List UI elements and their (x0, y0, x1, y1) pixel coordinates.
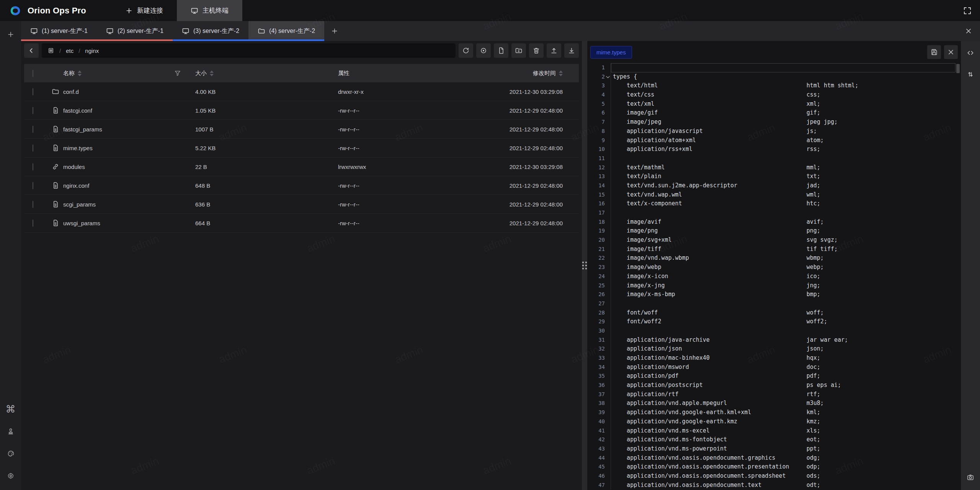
fullscreen-button[interactable] (960, 3, 975, 18)
code-text: application/atom+xml atom; (611, 136, 961, 145)
file-attr: drwxr-xr-x (335, 88, 491, 95)
code-editor[interactable]: 12types {3 text/html html htm shtml;4 te… (587, 63, 961, 490)
code-line: 46 application/vnd.oasis.opendocument.sp… (587, 472, 961, 481)
line-number: 33 (587, 354, 605, 363)
save-button[interactable] (927, 45, 941, 59)
code-text: image/tiff tif tiff; (611, 245, 961, 254)
upload-button[interactable] (547, 43, 561, 58)
row-checkbox[interactable] (33, 88, 33, 95)
delete-button[interactable] (529, 43, 544, 58)
left-sidebar: ⌘ (0, 21, 21, 490)
sort-arrows-icon[interactable] (559, 70, 563, 76)
column-header-mtime[interactable]: 修改时间 (491, 70, 579, 77)
new-folder-button[interactable] (511, 43, 526, 58)
root-list-icon[interactable] (47, 47, 54, 54)
row-checkbox[interactable] (33, 144, 33, 152)
code-line: 2types { (587, 72, 961, 82)
sidebar-command-button[interactable]: ⌘ (5, 403, 16, 415)
code-line: 28 font/woff woff; (587, 308, 961, 318)
gutter-spacer (605, 190, 611, 200)
file-name[interactable]: conf.d (63, 88, 79, 95)
file-name[interactable]: nginx.conf (63, 182, 89, 189)
table-row[interactable]: nginx.conf 648 B -rw-r--r-- 2021-12-29 0… (24, 176, 579, 195)
gutter-spacer (605, 81, 611, 90)
breadcrumb-segment[interactable]: nginx (85, 48, 99, 54)
new-tab-button[interactable] (324, 21, 345, 41)
breadcrumb-segment[interactable]: etc (66, 48, 74, 54)
code-line: 43 application/vnd.ms-powerpoint ppt; (587, 444, 961, 454)
right-sidebar-sort-button[interactable] (965, 69, 976, 80)
row-checkbox[interactable] (33, 107, 33, 114)
table-row[interactable]: modules 22 B lrwxrwxrwx 2021-12-30 03:29… (24, 157, 579, 176)
file-name[interactable]: mime.types (63, 145, 93, 151)
file-mtime: 2021-12-29 02:48:00 (491, 107, 579, 114)
sidebar-stamp-button[interactable] (5, 426, 16, 437)
line-number: 6 (587, 108, 605, 118)
terminal-tab-4[interactable]: (4) server-生产-2 (248, 21, 324, 41)
terminal-tab-3[interactable]: (3) server-生产-2 (173, 21, 248, 41)
code-line: 27 (587, 299, 961, 308)
gutter-spacer (605, 372, 611, 381)
editor-scrollbar-thumb[interactable] (956, 64, 960, 73)
code-text: application/vnd.ms-fontobject eot; (611, 435, 961, 444)
file-name[interactable]: fastcgi.conf (63, 107, 92, 114)
table-row[interactable]: uwsgi_params 664 B -rw-r--r-- 2021-12-29… (24, 214, 579, 233)
row-checkbox[interactable] (33, 201, 33, 208)
file-mtime: 2021-12-30 03:29:08 (491, 164, 579, 170)
top-bar: Orion Ops Pro 新建连接主机终端 (0, 0, 980, 21)
line-number: 17 (587, 208, 605, 218)
terminal-tab-2[interactable]: (2) server-生产-1 (97, 21, 173, 41)
editor-close-button[interactable] (944, 45, 958, 59)
sort-arrows-icon[interactable] (210, 70, 214, 76)
column-header-size[interactable]: 大小 (195, 70, 335, 77)
table-row[interactable]: conf.d 4.00 KB drwxr-xr-x 2021-12-30 03:… (24, 82, 579, 101)
code-line: 1 (587, 63, 961, 72)
file-name[interactable]: uwsgi_params (63, 220, 100, 226)
top-menu-label: 新建连接 (137, 6, 163, 15)
table-row[interactable]: scgi_params 636 B -rw-r--r-- 2021-12-29 … (24, 195, 579, 214)
terminal-tab-1[interactable]: (1) server-生产-1 (21, 21, 97, 41)
filter-funnel-icon[interactable] (174, 69, 181, 77)
file-attr: lrwxrwxrwx (335, 164, 491, 170)
gutter-spacer (605, 281, 611, 290)
row-checkbox[interactable] (33, 163, 33, 170)
fold-toggle[interactable] (605, 72, 611, 82)
top-menu-item-1[interactable]: 主机终端 (177, 0, 242, 21)
table-row[interactable]: fastcgi_params 1007 B -rw-r--r-- 2021-12… (24, 120, 579, 139)
sidebar-plus-button[interactable] (5, 29, 16, 40)
gutter-spacer (605, 354, 611, 363)
line-number: 15 (587, 190, 605, 200)
new-file-button[interactable] (494, 43, 508, 58)
sidebar-settings-button[interactable] (5, 470, 16, 482)
tab-underline (97, 39, 173, 41)
column-header-name[interactable]: 名称 (63, 70, 82, 77)
preview-button[interactable] (476, 43, 491, 58)
row-checkbox[interactable] (33, 220, 33, 227)
table-row[interactable]: fastcgi.conf 1.05 KB -rw-r--r-- 2021-12-… (24, 101, 579, 120)
file-name[interactable]: modules (63, 164, 85, 170)
row-checkbox[interactable] (33, 126, 33, 133)
panel-splitter[interactable] (582, 41, 587, 490)
right-sidebar-code-button[interactable] (965, 47, 976, 59)
close-all-tabs-button[interactable] (957, 21, 980, 41)
code-text: text/html html htm shtml; (611, 81, 961, 90)
sort-arrows-icon[interactable] (78, 70, 82, 76)
code-text: image/webp webp; (611, 263, 961, 272)
row-checkbox[interactable] (33, 182, 33, 189)
line-number: 25 (587, 281, 605, 290)
top-menu-item-0[interactable]: 新建连接 (111, 0, 177, 21)
table-row[interactable]: mime.types 5.22 KB -rw-r--r-- 2021-12-29… (24, 139, 579, 157)
path-breadcrumb[interactable]: /etc/nginx (42, 43, 456, 58)
download-button[interactable] (564, 43, 579, 58)
right-sidebar-screenshot-button[interactable] (965, 472, 976, 483)
file-name[interactable]: fastcgi_params (63, 126, 102, 133)
refresh-button[interactable] (459, 43, 473, 58)
file-name[interactable]: scgi_params (63, 201, 96, 208)
line-number: 26 (587, 290, 605, 299)
folder-icon (52, 88, 59, 95)
editor-file-tab[interactable]: mime.types (590, 46, 632, 59)
sidebar-theme-button[interactable] (5, 448, 16, 459)
select-all-checkbox[interactable] (33, 70, 33, 77)
tab-underline (21, 39, 97, 41)
back-button[interactable] (24, 43, 39, 58)
